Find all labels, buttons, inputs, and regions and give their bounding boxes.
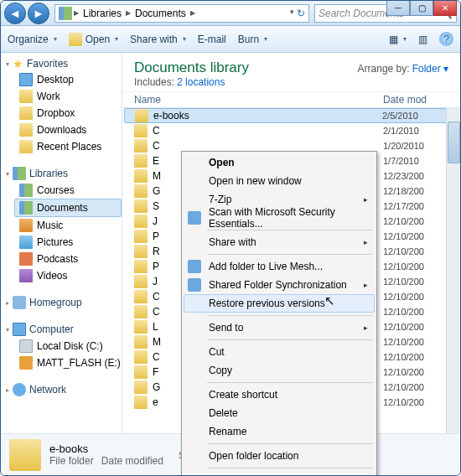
details-name: e-books [49, 442, 163, 455]
sidebar-item-drive[interactable]: Local Disk (C:) [6, 338, 122, 354]
collapse-icon: ▾ [6, 326, 9, 334]
breadcrumb-item[interactable]: Libraries [80, 8, 124, 19]
folder-icon [134, 365, 148, 379]
locations-link[interactable]: 2 locations [177, 76, 225, 88]
menu-item-send-to[interactable]: Send to [184, 318, 375, 337]
menu-separator [207, 339, 373, 340]
share-menu[interactable]: Share with [130, 34, 186, 45]
folder-icon [134, 290, 148, 303]
library-icon [59, 7, 72, 20]
computer-icon [13, 323, 26, 336]
sidebar-item-music[interactable]: Music [6, 217, 122, 234]
sidebar-item-podcasts[interactable]: Podcasts [6, 251, 122, 267]
details-type: File folder [49, 455, 94, 467]
dropdown-icon[interactable]: ▾ [290, 8, 294, 19]
library-title: Documents library [134, 60, 249, 76]
folder-icon [134, 169, 148, 183]
breadcrumb-item[interactable]: Documents [132, 8, 189, 19]
organize-menu[interactable]: Organize [8, 34, 57, 45]
sidebar-item-documents[interactable]: Documents [14, 199, 122, 217]
sidebar-item-courses[interactable]: Courses [6, 182, 122, 199]
forward-button[interactable]: ► [28, 3, 49, 24]
library-icon [19, 235, 33, 249]
nav-network-header[interactable]: ▸Network [6, 381, 122, 398]
folder-icon [134, 184, 148, 198]
chevron-right-icon[interactable]: ▶ [74, 9, 79, 17]
menu-item-copy[interactable]: Copy [184, 361, 375, 380]
column-name[interactable]: Name [134, 94, 383, 106]
scrollbar[interactable] [446, 108, 460, 433]
close-button[interactable]: ✕ [433, 1, 457, 16]
folder-icon [134, 305, 148, 318]
sidebar-item-pictures[interactable]: Pictures [6, 234, 122, 251]
folder-icon [9, 439, 41, 471]
arrange-value[interactable]: Folder ▾ [412, 63, 448, 75]
nav-computer-header[interactable]: ▾Computer [6, 321, 122, 338]
menu-separator [207, 382, 373, 383]
menu-item-shared-folder-synchronization[interactable]: Shared Folder Synchronization [184, 276, 375, 294]
folder-icon [19, 123, 33, 137]
menu-item-open[interactable]: Open [184, 153, 375, 172]
menu-separator [207, 230, 373, 230]
nav-homegroup-header[interactable]: ▸Homegroup [6, 294, 122, 311]
menu-item-create-shortcut[interactable]: Create shortcut [184, 385, 375, 404]
folder-icon [69, 33, 82, 46]
folder-icon [134, 230, 148, 243]
shield-icon [188, 211, 201, 225]
library-icon [19, 269, 33, 282]
folder-icon [134, 139, 148, 153]
menu-separator [207, 254, 373, 255]
folder-icon [19, 73, 33, 86]
view-menu[interactable]: ▦ [389, 34, 407, 45]
refresh-icon[interactable]: ↻ [297, 8, 305, 19]
menu-item-restore-previous-versions[interactable]: Restore previous versions [184, 294, 375, 313]
sidebar-item-desktop[interactable]: Desktop [6, 71, 122, 88]
sidebar-item-drive[interactable]: MATT_FLASH (E:) [6, 354, 122, 371]
arrange-by[interactable]: Arrange by: Folder ▾ [358, 63, 448, 75]
chevron-right-icon[interactable]: ▶ [126, 9, 131, 17]
menu-item-share-with[interactable]: Share with [184, 233, 375, 251]
menu-item-open-in-new-window[interactable]: Open in new window [184, 172, 375, 190]
column-date[interactable]: Date mod [383, 94, 448, 106]
menu-item-rename[interactable]: Rename [184, 422, 375, 441]
folder-icon [134, 320, 148, 334]
help-button[interactable]: ? [439, 32, 453, 46]
menu-item-add-folder-to-live-mesh[interactable]: Add folder to Live Mesh... [184, 257, 375, 276]
sidebar-item-work[interactable]: Work [6, 88, 122, 105]
open-menu[interactable]: Open [69, 33, 118, 46]
burn-menu[interactable]: Burn [238, 34, 267, 45]
folder-icon [134, 260, 148, 273]
file-row[interactable]: e-books2/5/2010 [124, 108, 458, 123]
menu-item-delete[interactable]: Delete [184, 404, 375, 422]
nav-libraries-header[interactable]: ▾Libraries [6, 165, 122, 182]
minimize-button[interactable]: ─ [386, 1, 410, 16]
scroll-thumb[interactable] [448, 122, 460, 163]
menu-item-open-folder-location[interactable]: Open folder location [184, 447, 375, 465]
chevron-right-icon[interactable]: ▶ [190, 9, 195, 17]
folder-icon [134, 396, 148, 409]
menu-item-cut[interactable]: Cut [184, 343, 375, 361]
breadcrumb[interactable]: ▶ Libraries ▶ Documents ▶ ▾ ↻ [54, 4, 309, 23]
preview-pane-button[interactable]: ▥ [418, 34, 427, 45]
sidebar-item-recent-places[interactable]: Recent Places [6, 138, 122, 155]
menu-item-properties[interactable]: Properties [184, 471, 375, 476]
sidebar-item-downloads[interactable]: Downloads [6, 122, 122, 138]
homegroup-icon [13, 296, 26, 309]
sidebar-item-dropbox[interactable]: Dropbox [6, 105, 122, 122]
collapse-icon: ▾ [6, 60, 9, 68]
email-button[interactable]: E-mail [198, 34, 226, 45]
folder-icon [134, 275, 148, 288]
context-menu: OpenOpen in new window7-ZipScan with Mic… [181, 151, 377, 476]
folder-icon [134, 215, 148, 228]
sidebar-item-videos[interactable]: Videos [6, 267, 122, 284]
expand-icon: ▸ [6, 299, 9, 307]
nav-favorites-header[interactable]: ▾★Favorites [6, 56, 122, 71]
file-row[interactable]: C2/1/2010 [122, 123, 460, 138]
library-icon [19, 252, 33, 266]
menu-item-scan-with-microsoft-security-essentials[interactable]: Scan with Microsoft Security Essentials.… [184, 209, 375, 227]
folder-icon [19, 90, 33, 103]
back-button[interactable]: ◄ [4, 3, 26, 24]
maximize-button[interactable]: ▢ [410, 1, 433, 16]
explorer-window: ─ ▢ ✕ ◄ ► ▶ Libraries ▶ Documents ▶ ▾ ↻ … [0, 0, 461, 476]
library-icon [19, 184, 33, 197]
